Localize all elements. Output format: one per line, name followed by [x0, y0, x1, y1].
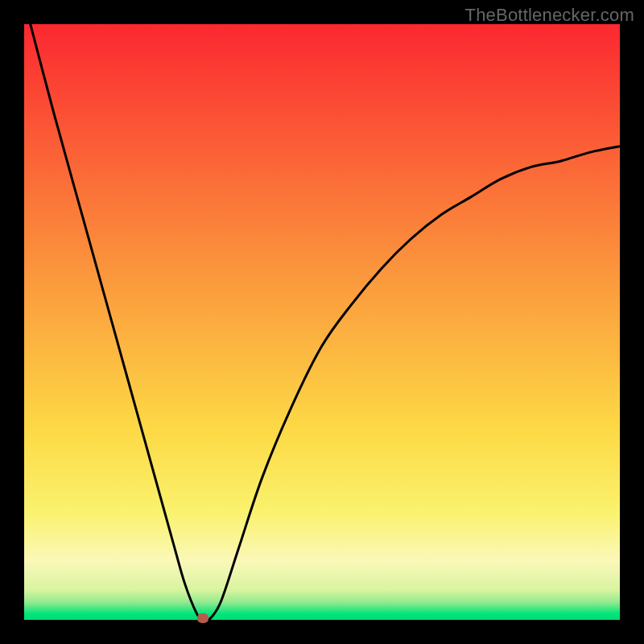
plot-area [24, 24, 620, 620]
min-point-marker [197, 613, 208, 623]
background-gradient [24, 24, 620, 620]
gradient-rect [24, 24, 620, 620]
chart-frame: TheBottlenecker.com [0, 0, 644, 644]
watermark-text: TheBottlenecker.com [465, 5, 634, 26]
